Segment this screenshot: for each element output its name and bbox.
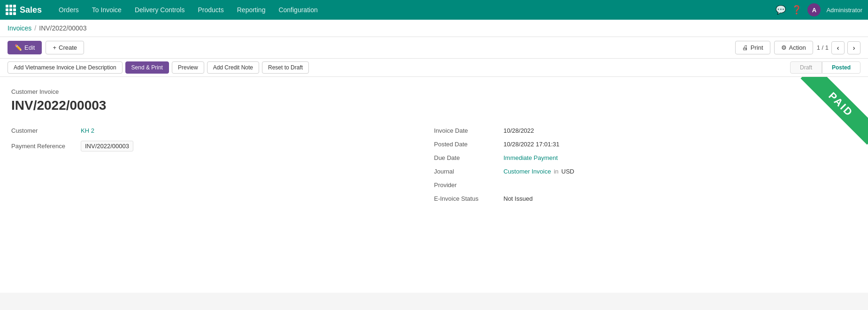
nav-delivery-controls[interactable]: Delivery Controls [129,3,191,16]
grid-icon [6,5,16,15]
breadcrumb-current: INV/2022/00003 [39,24,86,32]
print-button[interactable]: 🖨 Print [735,41,770,54]
nav-right: 💬 ❓ A Administrator [776,3,862,16]
payment-ref-row: Payment Reference INV/2022/00003 [11,141,434,151]
brand[interactable]: Sales [6,5,42,15]
payment-ref-label: Payment Reference [11,143,77,150]
create-button[interactable]: + Create [46,41,84,54]
journal-row: Journal Customer Invoice in USD [434,168,857,175]
invoice-number: INV/2022/00003 [11,98,857,113]
gear-icon: ⚙ [781,44,787,51]
reset-draft-button[interactable]: Reset to Draft [262,61,309,74]
due-date-row: Due Date Immediate Payment [434,154,857,161]
e-invoice-label: E-Invoice Status [434,195,500,202]
payment-ref-value: INV/2022/00003 [81,141,133,151]
action-bar: ✏️ Edit + Create 🖨 Print ⚙ Action 1 / 1 … [0,37,868,59]
pagination: 1 / 1 ‹ › [817,41,860,54]
due-date-value[interactable]: Immediate Payment [504,154,558,161]
main-content: PAID Customer Invoice INV/2022/00003 Cus… [0,77,868,293]
admin-label: Administrator [826,7,862,14]
journal-label: Journal [434,168,500,175]
fields-grid: Customer KH 2 Payment Reference INV/2022… [11,127,857,202]
left-fields: Customer KH 2 Payment Reference INV/2022… [11,127,434,202]
journal-in: in [554,168,559,175]
breadcrumb: Invoices / INV/2022/00003 [0,20,868,37]
journal-currency: USD [561,168,574,175]
nav-products[interactable]: Products [192,3,229,16]
nav-to-invoice[interactable]: To Invoice [86,3,127,16]
journal-link[interactable]: Customer Invoice [504,168,551,175]
provider-row: Provider [434,181,857,189]
avatar[interactable]: A [807,3,821,16]
journal-value: Customer Invoice in USD [504,168,575,175]
invoice-date-row: Invoice Date 10/28/2022 [434,127,857,134]
nav-reporting[interactable]: Reporting [231,3,271,16]
due-date-label: Due Date [434,154,500,161]
add-credit-button[interactable]: Add Credit Note [207,61,259,74]
breadcrumb-separator: / [34,24,36,32]
customer-row: Customer KH 2 [11,127,434,134]
invoice-date-value: 10/28/2022 [504,127,534,134]
pagination-text: 1 / 1 [817,44,829,51]
step-posted: Posted [822,61,860,74]
nav-configuration[interactable]: Configuration [273,3,323,16]
right-fields: Invoice Date 10/28/2022 Posted Date 10/2… [434,127,857,202]
send-print-button[interactable]: Send & Print [125,61,169,74]
e-invoice-value: Not Issued [504,195,533,202]
posted-date-row: Posted Date 10/28/2022 17:01:31 [434,141,857,148]
help-icon[interactable]: ❓ [791,5,802,15]
add-vn-button[interactable]: Add Vietnamese Invoice Line Description [8,61,123,74]
e-invoice-row: E-Invoice Status Not Issued [434,195,857,202]
edit-button[interactable]: ✏️ Edit [8,41,42,54]
status-steps: Draft Posted [790,61,860,74]
step-draft: Draft [790,61,822,74]
nav-links: Orders To Invoice Delivery Controls Prod… [53,3,776,16]
next-button[interactable]: › [847,41,860,54]
posted-date-value: 10/28/2022 17:01:31 [504,141,560,148]
customer-value[interactable]: KH 2 [81,127,94,134]
provider-label: Provider [434,181,500,189]
brand-label: Sales [20,5,42,15]
chat-icon[interactable]: 💬 [776,5,786,15]
invoice-type: Customer Invoice [11,88,857,95]
preview-button[interactable]: Preview [172,61,204,74]
workflow-bar: Add Vietnamese Invoice Line Description … [0,59,868,77]
plus-icon: + [53,44,56,51]
breadcrumb-parent[interactable]: Invoices [8,24,31,32]
customer-label: Customer [11,127,77,134]
nav-orders[interactable]: Orders [53,3,84,16]
edit-icon: ✏️ [15,44,22,51]
invoice-date-label: Invoice Date [434,127,500,134]
posted-date-label: Posted Date [434,141,500,148]
top-navigation: Sales Orders To Invoice Delivery Control… [0,0,868,20]
print-icon: 🖨 [742,44,748,51]
prev-button[interactable]: ‹ [831,41,845,54]
action-button[interactable]: ⚙ Action [774,41,813,54]
